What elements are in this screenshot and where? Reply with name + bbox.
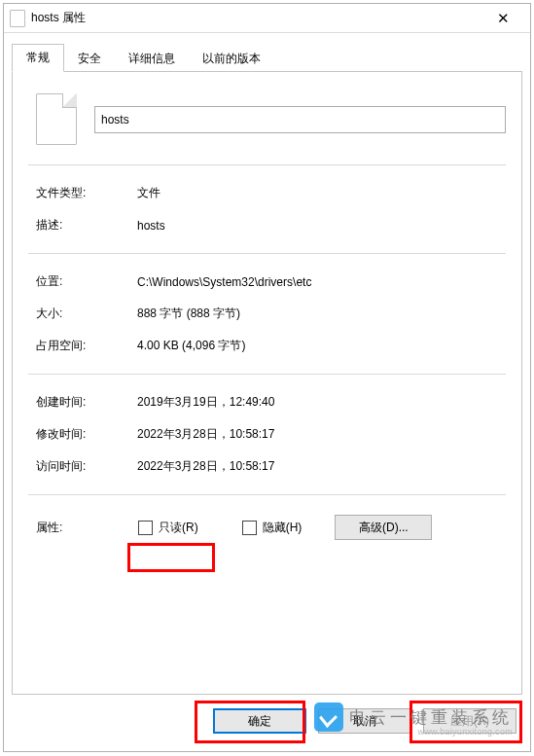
value-size-on-disk: 4.00 KB (4,096 字节) [137, 338, 245, 354]
ok-button[interactable]: 确定 [213, 708, 306, 734]
label-size: 大小: [36, 306, 137, 322]
row-location: 位置: C:\Windows\System32\drivers\etc [28, 266, 506, 298]
label-size-on-disk: 占用空间: [36, 338, 137, 354]
checkbox-readonly-label: 只读(R) [159, 520, 198, 536]
checkbox-hidden[interactable]: 隐藏(H) [241, 519, 306, 537]
label-description: 描述: [36, 217, 137, 234]
value-description: hosts [137, 219, 165, 233]
label-modified: 修改时间: [36, 426, 137, 443]
divider [28, 494, 506, 495]
value-location: C:\Windows\System32\drivers\etc [137, 275, 311, 289]
value-modified: 2022年3月28日，10:58:17 [137, 426, 274, 443]
apply-button[interactable]: 应用(A) [423, 708, 516, 734]
dialog-footer: 确定 取消 应用(A) [4, 695, 530, 751]
label-created: 创建时间: [36, 394, 137, 411]
row-size: 大小: 888 字节 (888 字节) [28, 298, 506, 330]
divider [28, 374, 506, 375]
row-accessed: 访问时间: 2022年3月28日，10:58:17 [28, 450, 506, 483]
tab-security[interactable]: 安全 [64, 46, 115, 72]
titlebar: hosts 属性 ✕ [4, 4, 530, 33]
label-location: 位置: [36, 273, 137, 290]
filename-row [28, 88, 506, 145]
value-filetype: 文件 [137, 185, 160, 201]
checkbox-hidden-label: 隐藏(H) [263, 520, 303, 536]
row-description: 描述: hosts [28, 209, 506, 241]
tab-previous-versions[interactable]: 以前的版本 [189, 46, 274, 72]
filename-input[interactable] [94, 106, 506, 133]
divider [28, 164, 506, 165]
cancel-button[interactable]: 取消 [318, 708, 411, 734]
tab-general[interactable]: 常规 [12, 44, 64, 72]
window-title: hosts 属性 [31, 10, 481, 26]
file-icon [10, 10, 25, 27]
tab-details[interactable]: 详细信息 [115, 46, 189, 72]
row-attributes: 属性: 只读(R) 隐藏(H) 高级(D)... [28, 507, 506, 548]
row-size-on-disk: 占用空间: 4.00 KB (4,096 字节) [28, 330, 506, 362]
label-attributes: 属性: [36, 520, 137, 536]
properties-dialog: hosts 属性 ✕ 常规 安全 详细信息 以前的版本 文件类型: 文件 描述:… [3, 3, 531, 752]
file-large-icon [36, 93, 77, 145]
value-accessed: 2022年3月28日，10:58:17 [137, 458, 274, 475]
value-created: 2019年3月19日，12:49:40 [137, 394, 274, 411]
row-created: 创建时间: 2019年3月19日，12:49:40 [28, 386, 506, 418]
checkbox-icon [138, 521, 153, 535]
close-icon[interactable]: ✕ [481, 5, 524, 32]
checkbox-readonly[interactable]: 只读(R) [137, 519, 202, 537]
tabstrip: 常规 安全 详细信息 以前的版本 [4, 43, 530, 72]
checkbox-icon [242, 521, 257, 535]
divider [28, 253, 506, 254]
label-accessed: 访问时间: [36, 458, 137, 475]
row-modified: 修改时间: 2022年3月28日，10:58:17 [28, 418, 506, 450]
row-filetype: 文件类型: 文件 [28, 177, 506, 209]
label-filetype: 文件类型: [36, 185, 137, 201]
advanced-button[interactable]: 高级(D)... [335, 515, 432, 540]
value-size: 888 字节 (888 字节) [137, 306, 240, 322]
general-panel: 文件类型: 文件 描述: hosts 位置: C:\Windows\System… [12, 71, 522, 695]
